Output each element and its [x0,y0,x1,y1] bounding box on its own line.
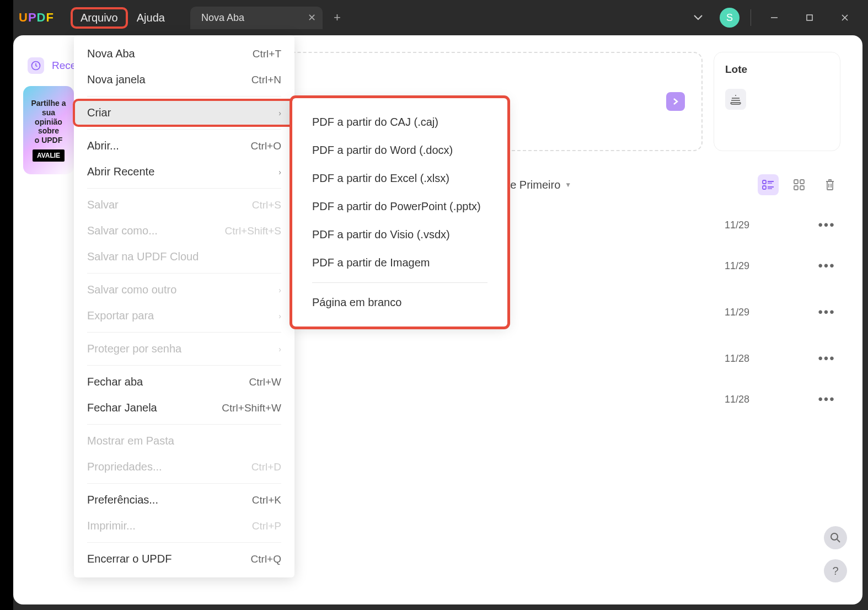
menu-item-imprimir: Imprimir... Ctrl+P [74,513,294,539]
svg-rect-1 [807,15,812,20]
menu-item-abrir-recente[interactable]: Abrir Recente › [74,159,294,185]
chevron-right-icon[interactable] [666,92,685,111]
submenu-criar: PDF a partir do CAJ (.caj) PDF a partir … [292,98,507,327]
file-date: 11/29 [725,307,813,318]
file-date: 11/29 [725,260,813,272]
trash-button[interactable] [819,174,840,195]
menu-item-fechar-janela[interactable]: Fechar Janela Ctrl+Shift+W [74,395,294,421]
menu-item-salvar: Salvar Ctrl+S [74,192,294,218]
triangle-down-icon: ▼ [565,181,571,189]
svg-rect-6 [763,186,766,189]
app-logo: UPDF [19,10,54,25]
menu-item-preferencias[interactable]: Preferências... Ctrl+K [74,487,294,513]
search-button[interactable] [824,526,847,549]
promo-card[interactable]: Partilhe a sua opinião sobre o UPDF AVAL… [23,86,74,174]
more-icon[interactable]: ••• [813,304,840,320]
menu-item-nova-aba[interactable]: Nova Aba Ctrl+T [74,41,294,67]
maximize-button[interactable] [797,10,822,25]
svg-rect-12 [800,186,804,190]
submenu-item-branco[interactable]: Página em branco [303,288,496,317]
menu-item-proteger: Proteger por senha › [74,336,294,362]
more-icon[interactable]: ••• [813,217,840,233]
menu-separator [87,483,281,484]
menu-separator [87,129,281,130]
menu-item-salvar-outro: Salvar como outro › [74,277,294,303]
avatar[interactable]: S [720,8,740,28]
submenu-separator [312,282,487,283]
chevron-right-icon: › [278,168,281,176]
minimize-button[interactable] [762,10,786,25]
promo-text: Partilhe a sua opinião sobre o UPDF [28,99,69,145]
add-tab-button[interactable]: + [334,10,341,25]
lote-title: Lote [725,63,829,76]
grid-view-button[interactable] [789,174,810,195]
menu-item-nova-janela[interactable]: Nova janela Ctrl+N [74,67,294,93]
submenu-item-caj[interactable]: PDF a partir do CAJ (.caj) [303,108,496,136]
file-date: 11/29 [725,220,813,231]
divider [751,9,751,26]
chevron-right-icon: › [278,109,281,117]
menu-ajuda-button[interactable]: Ajuda [128,8,174,28]
submenu-item-ppt[interactable]: PDF a partir do PowerPoint (.pptx) [303,192,496,221]
menu-item-salvar-cloud: Salvar na UPDF Cloud [74,244,294,270]
chevron-down-icon[interactable] [688,11,709,24]
submenu-item-word[interactable]: PDF a partir do Word (.docx) [303,136,496,164]
more-icon[interactable]: ••• [813,351,840,366]
menu-separator [87,365,281,366]
svg-point-13 [831,533,838,540]
menu-separator [87,188,281,189]
lote-card: Lote [714,52,840,151]
svg-rect-9 [794,180,798,184]
list-view-button[interactable] [758,174,779,195]
menu-item-propriedades: Propriedades... Ctrl+D [74,454,294,480]
menu-item-fechar-aba[interactable]: Fechar aba Ctrl+W [74,369,294,395]
chevron-right-icon: › [278,312,281,320]
close-icon[interactable]: ✕ [308,12,316,24]
file-date: 11/28 [725,394,813,405]
menu-separator [87,424,281,425]
menu-item-exportar: Exportar para › [74,303,294,329]
batch-icon[interactable] [725,89,746,110]
clock-icon [28,57,44,74]
menu-item-encerrar[interactable]: Encerrar o UPDF Ctrl+Q [74,546,294,572]
menu-item-mostrar-pasta: Mostrar em Pasta [74,428,294,454]
close-window-button[interactable] [833,10,857,25]
svg-rect-10 [800,180,804,184]
submenu-item-imagem[interactable]: PDF a partir de Imagem [303,249,496,277]
menu-item-salvar-como: Salvar como... Ctrl+Shift+S [74,218,294,244]
chevron-right-icon: › [278,286,281,295]
tab-label: Nova Aba [201,12,244,23]
menu-separator [87,542,281,543]
menu-separator [87,332,281,333]
menu-arquivo-dropdown: Nova Aba Ctrl+T Nova janela Ctrl+N Criar… [74,35,294,577]
submenu-item-visio[interactable]: PDF a partir do Visio (.vsdx) [303,221,496,249]
menu-item-criar[interactable]: Criar › [74,100,294,126]
menu-separator [87,96,281,97]
more-icon[interactable]: ••• [813,258,840,274]
more-icon[interactable]: ••• [813,392,840,407]
svg-rect-11 [794,186,798,190]
menu-arquivo-button[interactable]: Arquivo [71,7,128,29]
promo-cta-button[interactable]: AVALIE [33,149,65,162]
file-date: 11/28 [725,353,813,365]
menu-item-abrir[interactable]: Abrir... Ctrl+O [74,133,294,159]
menu-separator [87,273,281,274]
help-button[interactable]: ? [824,559,847,582]
titlebar: UPDF Arquivo Ajuda Nova Aba ✕ + S [13,0,868,35]
svg-rect-3 [763,180,766,184]
submenu-item-excel[interactable]: PDF a partir do Excel (.xlsx) [303,164,496,192]
chevron-right-icon: › [278,345,281,354]
svg-line-14 [837,539,840,542]
tab-nova-aba[interactable]: Nova Aba ✕ [190,7,323,29]
